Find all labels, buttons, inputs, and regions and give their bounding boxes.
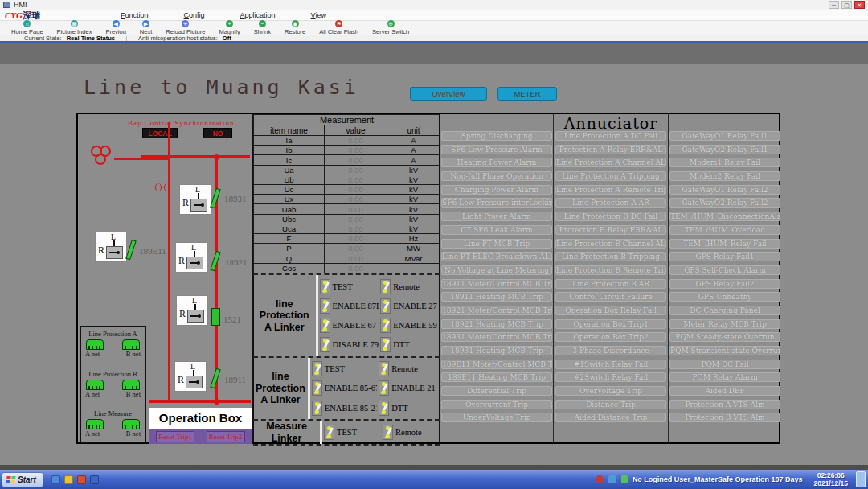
app-icon	[3, 2, 10, 8]
toolbar-button[interactable]: ◉ Restore	[285, 20, 305, 35]
net-port-a-icon	[86, 419, 104, 429]
toolbar-button[interactable]: ⚑ All Clear Flash	[319, 20, 358, 35]
disconnector-189E11-control[interactable]: L R	[96, 232, 126, 261]
linker-toggle-icon[interactable]	[320, 279, 330, 294]
show-desktop-button[interactable]	[856, 471, 866, 487]
maximize-button[interactable]: ▢	[841, 1, 852, 9]
linker-toggle-icon[interactable]	[324, 425, 334, 440]
linker-toggle-icon[interactable]	[383, 425, 393, 440]
linker-toggle-icon[interactable]	[320, 337, 330, 352]
linker-toggle-icon[interactable]	[379, 380, 389, 396]
disconnector-18931-control[interactable]: L R	[180, 185, 211, 214]
toolbar-button[interactable]: ▦ Picture Index	[57, 20, 92, 35]
annunciator-tile: Aided DEF	[669, 386, 780, 396]
linker-toggle-icon[interactable]	[379, 361, 389, 376]
measurement-item-unit: MVar	[387, 253, 440, 263]
linker-toggle-icon[interactable]	[320, 298, 330, 314]
annunciator-tile: Line Protection B Remote Trip	[555, 265, 666, 275]
overview-button[interactable]: OverView	[410, 87, 487, 101]
meter-button[interactable]: METER	[497, 87, 557, 101]
annunciator-tile: Operation Box Trip2	[555, 332, 666, 342]
toolbar-button[interactable]: ⌂ Home Page	[11, 20, 43, 35]
quick-launch-icon[interactable]	[77, 475, 86, 484]
toolbar-button[interactable]: + Magnify	[219, 20, 240, 35]
tray-icon-network[interactable]	[608, 475, 616, 483]
linker-toggle-icon[interactable]	[312, 380, 322, 396]
linker-toggle-icon[interactable]	[312, 401, 322, 416]
toolbar-button[interactable]: ⊖ Server Switch	[372, 20, 409, 35]
quick-launch-icon[interactable]	[51, 475, 60, 484]
annunciator-tile: OverVoltage Trip	[555, 386, 666, 396]
net-port-a-icon	[86, 339, 104, 350]
taskbar: Start No Logined User_MasterSafe Operati…	[0, 470, 868, 489]
linker-toggle-icon[interactable]	[380, 298, 391, 314]
toolbar-button-label: Server Switch	[372, 28, 409, 35]
measurement-item-unit: kV	[387, 224, 440, 233]
linker-row: TEST Remote	[310, 360, 444, 379]
quick-launch-icon[interactable]	[90, 475, 99, 484]
disconnector-18931-blade[interactable]	[210, 188, 220, 209]
network-group-title: Line Protection A	[84, 330, 141, 338]
close-button[interactable]: ✕	[854, 1, 865, 9]
reset-trip1-button[interactable]: Reset Trip1	[156, 431, 194, 442]
disconnector-189E11-blade[interactable]	[125, 240, 136, 261]
linker-toggle-icon[interactable]	[320, 318, 330, 333]
linker-row: ENABLE 87L ENABLE 27	[318, 296, 440, 315]
quick-launch	[51, 475, 99, 484]
bus-junction	[214, 399, 219, 405]
annunciator-tile: Control Circuit Failure	[555, 292, 666, 302]
disconnector-18911-control[interactable]: L R	[175, 362, 206, 391]
measurement-col-item: item name	[254, 125, 325, 136]
menu-item[interactable]: View	[311, 11, 326, 19]
net-port-a-label: A net	[85, 350, 100, 358]
linker-toggle-icon[interactable]	[380, 337, 391, 352]
main-frame: Bay Control Synchronization LOCAL NO L R…	[76, 113, 780, 444]
tray-icon-user[interactable]	[621, 475, 628, 483]
breaker-1521-symbol[interactable]	[211, 308, 220, 326]
network-group: Line Measure A net B net	[84, 409, 141, 438]
linker-label: DISABLE 79	[333, 340, 379, 349]
minimize-button[interactable]: ─	[829, 1, 839, 9]
measurement-item-unit: kV	[387, 214, 440, 224]
annunciator-panel: Annuciator Spring DischargingSF6 Low Pre…	[440, 114, 782, 446]
linker-toggle-icon[interactable]	[379, 401, 389, 416]
measurement-item-value: 0.00	[325, 204, 387, 214]
toolbar-button-icon: +	[226, 20, 233, 27]
disconnector-18911-blade[interactable]	[210, 368, 220, 389]
toolbar: ⌂ Home Page ▦ Picture Index ◀ Previou ▶ …	[0, 21, 868, 35]
breaker-1521-control[interactable]: L R	[177, 296, 207, 325]
quick-launch-icon[interactable]	[64, 475, 73, 484]
toolbar-button-icon: −	[259, 20, 266, 27]
annunciator-tile: GPS Self-Check Alarm	[669, 265, 780, 275]
network-group: Line Protection B A net B net	[84, 370, 141, 398]
start-button[interactable]: Start	[2, 472, 43, 487]
disconnector-18921-control[interactable]: L R	[176, 243, 207, 272]
disconnector-18921-blade[interactable]	[210, 251, 220, 272]
annunciator-tile: SF6 Low Pressure interLocking	[441, 198, 552, 208]
toolbar-button[interactable]: ✳ Reload Picture	[166, 20, 205, 35]
menu-item[interactable]: Config	[184, 11, 205, 19]
toolbar-button[interactable]: ▶ Next	[140, 20, 152, 35]
annunciator-tile: 18921 Heating MCB Trip	[441, 319, 552, 329]
toolbar-button[interactable]: − Shrink	[254, 20, 271, 35]
menu-item[interactable]: Function	[121, 11, 149, 19]
reset-trip2-button[interactable]: Reset Trip2	[207, 431, 245, 442]
network-group: Line Protection A A net B net	[84, 330, 141, 358]
system-tray: No Logined User_MasterSafe Operation 107…	[596, 471, 868, 487]
annunciator-tile: Line Protection A Tripping	[555, 171, 666, 181]
annunciator-tile: Meter Relay MCB Trip	[669, 319, 780, 329]
annunciator-tile: Protection A Relay ERR&AL	[555, 145, 666, 154]
toolbar-button[interactable]: ◀ Previou	[105, 20, 125, 35]
net-port-b-label: B net	[126, 429, 141, 438]
tray-icon-alarm[interactable]	[596, 475, 604, 483]
measurement-item-name: Uc	[254, 185, 325, 195]
linker-toggle-icon[interactable]	[380, 318, 391, 333]
linker-label: ENABLE 85-67N	[325, 384, 377, 392]
menu-item[interactable]: Application	[240, 11, 276, 19]
linker-toggle-icon[interactable]	[380, 279, 391, 294]
linker-row: ENABLE 85-21 DTT	[310, 398, 444, 417]
linker-toggle-icon[interactable]	[312, 361, 322, 376]
measurement-item-unit: kV	[387, 165, 440, 175]
measurement-item-name: Ib	[254, 146, 325, 155]
transformer-symbol	[95, 154, 106, 165]
